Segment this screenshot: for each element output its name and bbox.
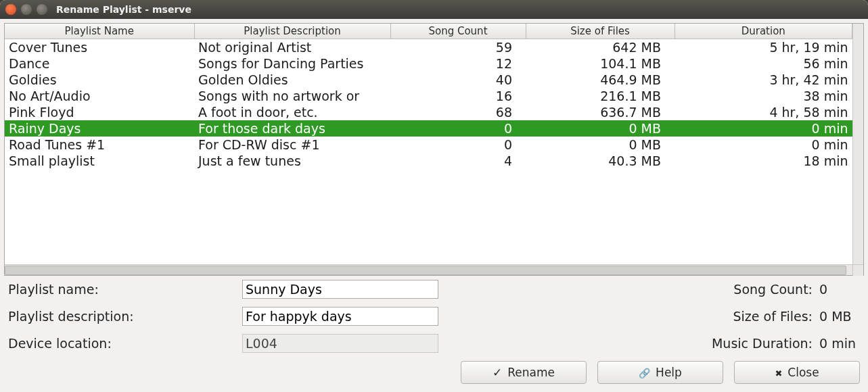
device-location-label: Device location: (8, 336, 235, 351)
cell-desc: For CD-RW disc #1 (194, 137, 390, 153)
cell-desc: Not original Artist (194, 39, 390, 56)
cell-dur: 56 min (675, 55, 852, 72)
cell-dur: 5 hr, 19 min (675, 39, 852, 56)
cell-count: 4 (390, 153, 526, 169)
help-button-label: Help (656, 366, 682, 379)
close-button-label: Close (787, 366, 819, 379)
playlist-name-label: Playlist name: (8, 282, 235, 297)
table-row[interactable]: Rainy DaysFor those dark days00 MB0 min (5, 120, 852, 137)
cell-dur: 3 hr, 42 min (675, 72, 852, 88)
table-row[interactable]: No Art/AudioSongs with no artwork or1621… (5, 88, 852, 104)
rename-button[interactable]: Rename (461, 361, 587, 384)
cell-size: 642 MB (526, 39, 675, 56)
cell-size: 636.7 MB (526, 104, 675, 120)
device-location-input (242, 334, 438, 353)
cell-count: 16 (390, 88, 526, 104)
rename-button-label: Rename (507, 366, 555, 379)
check-icon (493, 366, 502, 379)
cell-size: 464.9 MB (526, 72, 675, 88)
window-maximize-icon[interactable] (37, 4, 47, 15)
cell-count: 0 (390, 120, 526, 137)
playlist-desc-input[interactable] (242, 307, 438, 326)
cell-desc: Songs for Dancing Parties (194, 55, 390, 72)
link-icon (639, 366, 650, 379)
music-duration-value: 0 min (819, 336, 860, 351)
cell-size: 0 MB (526, 137, 675, 153)
table-row[interactable]: Small playlistJust a few tunes440.3 MB18… (5, 153, 852, 169)
cell-size: 0 MB (526, 120, 675, 137)
cell-name: Pink Floyd (5, 104, 194, 120)
cell-dur: 0 min (675, 137, 852, 153)
song-count-label: Song Count: (733, 282, 813, 297)
window-title: Rename Playlist - mserve (56, 4, 191, 15)
cell-desc: Songs with no artwork or (194, 88, 390, 104)
music-duration-label: Music Duration: (712, 336, 813, 351)
size-files-label: Size of Files: (733, 309, 813, 324)
playlist-table: Playlist Name Playlist Description Song … (5, 24, 852, 169)
cell-count: 40 (390, 72, 526, 88)
cell-name: Rainy Days (5, 120, 194, 137)
header-desc[interactable]: Playlist Description (194, 24, 390, 39)
cell-desc: For those dark days (194, 120, 390, 137)
titlebar[interactable]: Rename Playlist - mserve (0, 0, 868, 19)
cell-name: Goldies (5, 72, 194, 88)
header-dur[interactable]: Duration (675, 24, 852, 39)
cell-count: 68 (390, 104, 526, 120)
table-row[interactable]: DanceSongs for Dancing Parties12104.1 MB… (5, 55, 852, 72)
cell-count: 0 (390, 137, 526, 153)
cell-name: Dance (5, 55, 194, 72)
header-name[interactable]: Playlist Name (5, 24, 194, 39)
cell-name: No Art/Audio (5, 88, 194, 104)
cell-desc: A foot in door, etc. (194, 104, 390, 120)
table-row[interactable]: Cover TunesNot original Artist59642 MB5 … (5, 39, 852, 56)
size-files-value: 0 MB (819, 309, 860, 324)
button-row: Rename Help Close (4, 357, 864, 388)
table-header-row: Playlist Name Playlist Description Song … (5, 24, 852, 39)
window-close-icon[interactable] (5, 4, 16, 15)
form-row-desc: Playlist description: Size of Files: 0 M… (4, 303, 864, 330)
table-row[interactable]: GoldiesGolden Oldies40464.9 MB3 hr, 42 m… (5, 72, 852, 88)
cell-name: Small playlist (5, 153, 194, 169)
help-button[interactable]: Help (597, 361, 723, 384)
playlist-table-wrap: Playlist Name Playlist Description Song … (4, 23, 864, 276)
window-minimize-icon[interactable] (21, 4, 32, 15)
cell-desc: Just a few tunes (194, 153, 390, 169)
cell-dur: 0 min (675, 120, 852, 137)
cell-size: 40.3 MB (526, 153, 675, 169)
cell-dur: 4 hr, 58 min (675, 104, 852, 120)
song-count-value: 0 (819, 282, 860, 297)
cell-size: 104.1 MB (526, 55, 675, 72)
cell-dur: 38 min (675, 88, 852, 104)
close-button[interactable]: Close (734, 361, 860, 384)
cell-dur: 18 min (675, 153, 852, 169)
cell-name: Road Tunes #1 (5, 137, 194, 153)
content-area: Playlist Name Playlist Description Song … (0, 19, 868, 392)
horizontal-scrollbar[interactable] (5, 264, 863, 275)
form-row-name: Playlist name: Song Count: 0 (4, 276, 864, 303)
playlist-name-input[interactable] (242, 280, 438, 299)
table-row[interactable]: Road Tunes #1For CD-RW disc #100 MB0 min (5, 137, 852, 153)
cell-size: 216.1 MB (526, 88, 675, 104)
vertical-scrollbar[interactable] (852, 24, 863, 264)
cell-name: Cover Tunes (5, 39, 194, 56)
form-row-device: Device location: Music Duration: 0 min (4, 330, 864, 357)
playlist-desc-label: Playlist description: (8, 309, 235, 324)
table-row[interactable]: Pink FloydA foot in door, etc.68636.7 MB… (5, 104, 852, 120)
cell-count: 59 (390, 39, 526, 56)
close-icon (775, 366, 782, 379)
header-size[interactable]: Size of Files (526, 24, 675, 39)
rename-playlist-window: Rename Playlist - mserve Playlist Name P… (0, 0, 868, 392)
header-count[interactable]: Song Count (390, 24, 526, 39)
cell-desc: Golden Oldies (194, 72, 390, 88)
cell-count: 12 (390, 55, 526, 72)
